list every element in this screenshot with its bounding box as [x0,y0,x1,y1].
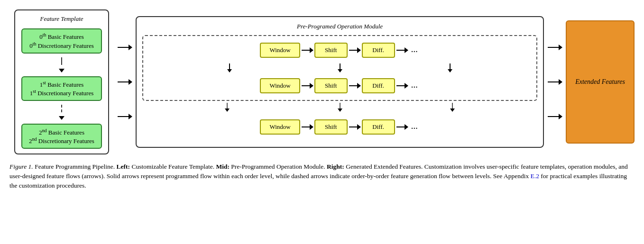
h-arrow-r-1 [548,81,562,82]
v-arrow-shift-1-2 [338,103,342,112]
caption-left-label: Left: [117,163,130,170]
op-arrow-2-3 [396,127,408,127]
between-rows-0-1-arrows [146,62,534,74]
op-row-1: Window Shift Diff. … [146,74,534,97]
right-arrows-col [548,20,562,144]
op-arrow-2-1 [302,127,313,127]
op-box-shift-2: Shift [314,119,348,135]
ellipsis-1: … [409,82,420,90]
arrow-head-1 [59,69,64,72]
caption-title: Feature Programming Pipeline. [35,163,115,170]
figure-caption: Figure 1. Feature Programming Pipeline. … [9,162,631,191]
solid-v-arrow-1 [61,57,62,65]
op-box-window-1: Window [260,78,300,93]
feature-row-1: 1st Basic Features 1st Discretionary Fea… [21,76,102,101]
op-box-window-2: Window [260,119,300,135]
left-arrows-col [118,20,132,144]
op-row-2: Window Shift Diff. … [145,116,534,138]
h-arrow-r-0 [548,47,562,48]
operation-module-title: Pre-Programed Operation Module [142,23,537,30]
ellipsis-0: … [409,46,420,54]
op-box-diff-0: Diff. [362,43,395,58]
figure-container: Feature Template 0th Basic Features 0th … [9,9,635,191]
extended-features-label: Extended Features [575,78,625,86]
h-arrow-r-2 [548,116,562,117]
caption-figure-label: Figure 1. [9,163,33,170]
op-box-shift-1: Shift [314,78,348,93]
op-row-0: Window Shift Diff. … [146,39,534,62]
op-box-diff-2: Diff. [362,119,395,135]
caption-mid-text: Pre-Programmed Operation Module. [231,163,325,170]
between-rows-1-2-arrows [142,102,537,113]
op-arrow-0-2 [349,50,360,51]
op-box-window-0: Window [260,43,300,58]
op-arrow-1-3 [396,85,408,86]
op-arrow-2-2 [349,127,360,127]
feature-row-0: 0th Basic Features 0th Discretionary Fea… [21,28,102,54]
v-arrow-window-0-1 [227,63,232,72]
caption-mid-label: Mid: [216,163,230,170]
feature-template-box: Feature Template 0th Basic Features 0th … [14,9,109,154]
op-box-diff-1: Diff. [362,78,395,93]
op-arrow-1-1 [302,85,313,86]
v-arrow-diff-1-2 [450,103,455,112]
h-arrow-0 [118,47,132,48]
arrow-head-2 [59,116,64,120]
op-arrow-0-1 [302,50,313,51]
dashed-outer-box: Window Shift Diff. … [142,35,537,101]
op-arrow-1-2 [349,85,360,86]
v-arrow-window-1-2 [225,103,230,112]
h-arrow-1 [118,81,132,82]
op-arrow-0-3 [396,50,408,51]
op-box-shift-0: Shift [314,43,348,58]
caption-right-label: Right: [327,163,344,170]
feature-template-title: Feature Template [40,15,83,23]
caption-link[interactable]: E.2 [531,172,539,180]
caption-left-text: Customizable Feature Template. [131,163,214,170]
dashed-v-arrow-1 [61,105,62,112]
feature-template-section: Feature Template 0th Basic Features 0th … [9,9,114,154]
extended-features-box: Extended Features [566,20,635,144]
feature-row-2: 2nd Basic Features 2nd Discretionary Fea… [21,124,102,149]
h-arrow-2 [118,116,132,117]
operation-module: Pre-Programed Operation Module Window Sh… [136,16,544,148]
single-row-2-wrapper: Window Shift Diff. … [142,113,537,141]
v-arrow-shift-0-1 [338,63,342,72]
v-arrow-diff-0-1 [448,63,452,72]
ellipsis-2: … [409,123,420,131]
diagram-wrapper: Feature Template 0th Basic Features 0th … [9,9,635,154]
